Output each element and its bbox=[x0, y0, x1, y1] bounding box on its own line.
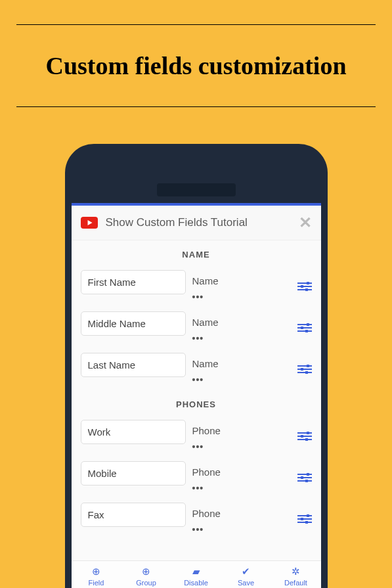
field-row: Phone ••• bbox=[72, 499, 321, 540]
svg-rect-28 bbox=[301, 476, 303, 479]
field-label-input[interactable] bbox=[81, 420, 186, 444]
field-row: Name ••• bbox=[72, 349, 321, 390]
field-row: Phone ••• bbox=[72, 416, 321, 457]
field-type-label: Name bbox=[192, 317, 291, 328]
section-header-name: NAME bbox=[72, 240, 321, 266]
field-dots[interactable]: ••• bbox=[192, 374, 291, 385]
svg-rect-5 bbox=[305, 288, 308, 291]
sliders-icon[interactable] bbox=[297, 364, 312, 374]
field-label-input[interactable] bbox=[81, 311, 186, 336]
divider-bottom bbox=[16, 106, 376, 107]
eraser-icon: ▰ bbox=[192, 566, 200, 577]
field-type-label: Phone bbox=[192, 425, 291, 436]
svg-rect-21 bbox=[307, 432, 309, 434]
svg-rect-27 bbox=[307, 473, 309, 476]
field-dots[interactable]: ••• bbox=[192, 524, 291, 535]
gears-icon: ✲ bbox=[292, 566, 300, 577]
bottom-label: Default bbox=[284, 579, 307, 587]
svg-rect-17 bbox=[305, 371, 308, 374]
svg-rect-22 bbox=[301, 435, 303, 438]
svg-rect-10 bbox=[301, 327, 303, 329]
field-label-input[interactable] bbox=[81, 353, 186, 377]
field-type-label: Name bbox=[192, 358, 291, 369]
field-dots[interactable]: ••• bbox=[192, 333, 291, 344]
svg-rect-9 bbox=[307, 323, 309, 326]
plus-circle-icon: ⊕ bbox=[142, 566, 150, 577]
sliders-icon[interactable] bbox=[297, 431, 312, 441]
sliders-icon[interactable] bbox=[297, 514, 312, 524]
field-row: Phone ••• bbox=[72, 457, 321, 499]
fields-scroll-area: NAME Name ••• Name ••• bbox=[72, 240, 321, 560]
svg-rect-23 bbox=[305, 438, 308, 441]
bottom-bar: ⊕ Field ⊕ Group ▰ Disable ✔ Save bbox=[72, 560, 321, 588]
svg-rect-3 bbox=[307, 282, 309, 284]
field-dots[interactable]: ••• bbox=[192, 483, 291, 493]
field-type-label: Phone bbox=[192, 466, 291, 478]
bottom-button-default[interactable]: ✲ Default bbox=[271, 566, 321, 587]
svg-rect-11 bbox=[305, 330, 308, 332]
sliders-icon[interactable] bbox=[297, 323, 312, 333]
phone-notch bbox=[157, 183, 236, 196]
bottom-label: Disable bbox=[184, 579, 208, 587]
svg-rect-16 bbox=[301, 368, 303, 371]
field-type-label: Phone bbox=[192, 508, 291, 519]
svg-rect-35 bbox=[305, 521, 308, 524]
app-header-title[interactable]: Show Custom Fields Tutorial bbox=[106, 216, 291, 229]
field-label-input[interactable] bbox=[81, 461, 186, 486]
page-title: Custom fields customization bbox=[16, 25, 376, 106]
svg-rect-4 bbox=[301, 285, 303, 288]
bottom-label: Group bbox=[136, 579, 156, 587]
bottom-button-save[interactable]: ✔ Save bbox=[221, 566, 271, 587]
bottom-label: Save bbox=[238, 579, 254, 587]
phone-screen: Show Custom Fields Tutorial ✕ NAME Name … bbox=[72, 203, 321, 588]
field-row: Name ••• bbox=[72, 266, 321, 307]
svg-rect-34 bbox=[301, 518, 303, 520]
section-header-phones: PHONES bbox=[72, 390, 321, 416]
phone-frame: Show Custom Fields Tutorial ✕ NAME Name … bbox=[65, 144, 328, 588]
field-type-label: Name bbox=[192, 275, 291, 286]
bottom-button-group[interactable]: ⊕ Group bbox=[121, 566, 171, 587]
field-dots[interactable]: ••• bbox=[192, 441, 291, 452]
bottom-label: Field bbox=[89, 579, 104, 587]
svg-rect-33 bbox=[307, 514, 309, 517]
field-label-input[interactable] bbox=[81, 503, 186, 527]
field-dots[interactable]: ••• bbox=[192, 292, 291, 302]
field-label-input[interactable] bbox=[81, 270, 186, 294]
sliders-icon[interactable] bbox=[297, 472, 312, 483]
youtube-icon[interactable] bbox=[81, 217, 98, 229]
svg-rect-29 bbox=[305, 480, 308, 482]
close-icon[interactable]: ✕ bbox=[299, 214, 312, 232]
app-header: Show Custom Fields Tutorial ✕ bbox=[72, 206, 321, 240]
check-icon: ✔ bbox=[242, 566, 250, 577]
bottom-button-disable[interactable]: ▰ Disable bbox=[171, 566, 221, 587]
field-row: Name ••• bbox=[72, 307, 321, 349]
sliders-icon[interactable] bbox=[297, 281, 312, 292]
plus-circle-icon: ⊕ bbox=[92, 566, 100, 577]
svg-rect-15 bbox=[307, 365, 309, 367]
bottom-button-field[interactable]: ⊕ Field bbox=[72, 566, 121, 587]
